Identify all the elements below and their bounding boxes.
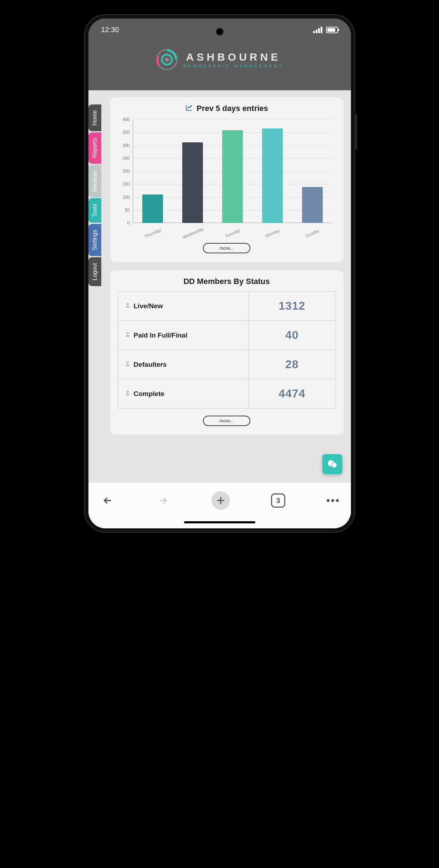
forward-button[interactable] [156,493,170,508]
brand-tagline: MEMBERSHIP MANAGEMENT [183,64,284,68]
sidebar-item-logout[interactable]: Logout [88,257,101,286]
status-value: 4474 [249,379,336,408]
dd-status-table: Live/New1312Paid In Full/Final40Defaulte… [118,291,336,408]
sidebar-item-invoices[interactable]: Invoices [88,165,101,197]
bar [302,187,323,223]
y-tick: 350 [122,130,129,135]
brand-name: ASHBOURNE [183,51,284,63]
dd-more-button[interactable]: more... [203,416,250,426]
new-tab-button[interactable] [211,491,230,510]
table-row: Live/New1312 [118,291,336,321]
y-tick: 250 [122,156,129,161]
plus-icon [215,495,226,506]
y-tick: 100 [122,195,129,200]
arrow-left-icon [102,495,113,506]
sidebar-item-home[interactable]: Home [88,105,101,131]
person-icon [124,360,131,369]
side-tabs: Home Reports Invoices Tools Settings Log… [88,105,101,286]
x-label: Thursday [142,227,163,240]
y-tick: 200 [122,169,129,174]
phone-screen: 12:30 [88,19,351,528]
dd-members-card: DD Members By Status Live/New1312Paid In… [110,270,344,435]
x-label: Monday [261,227,283,240]
table-row: Complete4474 [118,379,336,408]
bar [262,128,283,223]
front-camera [216,28,224,36]
table-row: Defaulters28 [118,350,336,379]
status-label: Complete [134,390,165,398]
arrow-right-icon [157,495,169,506]
chart-line-icon [185,104,193,113]
app-header: ASHBOURNE MEMBERSHIP MANAGEMENT [88,37,351,90]
brand-logo: ASHBOURNE MEMBERSHIP MANAGEMENT [155,48,284,71]
phone-device-frame: 12:30 [84,14,355,533]
person-icon [124,302,131,310]
y-tick: 400 [122,117,129,122]
chat-icon [327,459,338,469]
chat-button[interactable] [322,454,342,474]
battery-icon [326,27,338,33]
sidebar-item-reports[interactable]: Reports [88,132,101,164]
svg-point-6 [127,391,129,393]
status-value: 1312 [249,291,336,321]
sidebar-item-tools[interactable]: Tools [88,198,101,223]
status-value: 28 [249,350,336,379]
entries-card: Prev 5 days entries 05010015020025030035… [110,97,344,262]
person-icon [124,331,131,339]
signal-icon [313,27,322,33]
home-indicator [88,516,351,528]
status-value: 40 [249,321,336,350]
x-label: Tuesday [221,227,243,240]
dd-members-title: DD Members By Status [118,277,336,286]
y-tick: 0 [127,220,130,225]
svg-point-2 [165,57,169,62]
entries-chart: 050100150200250300350400 ThursdayWednesd… [118,118,336,236]
svg-point-3 [127,303,129,305]
bar [222,130,243,223]
y-tick: 150 [122,182,129,187]
svg-point-5 [127,361,129,364]
table-row: Paid In Full/Final40 [118,321,336,350]
logo-icon [155,48,178,71]
bar [182,142,203,223]
back-button[interactable] [101,493,115,508]
status-label: Live/New [134,302,163,310]
tab-count: 3 [276,497,280,505]
menu-button[interactable] [327,499,339,502]
x-label: Wednesday [182,227,203,240]
phone-side-button [355,114,357,150]
sidebar-item-settings[interactable]: Settings [88,224,101,256]
person-icon [124,390,131,398]
entries-more-button[interactable]: more... [203,243,250,253]
y-tick: 50 [125,208,129,213]
bar [142,194,163,223]
x-label: Sunday [301,227,323,240]
entries-card-title: Prev 5 days entries [118,104,336,113]
svg-point-8 [331,462,337,468]
status-time: 12:30 [101,26,119,34]
content-area: Home Reports Invoices Tools Settings Log… [88,90,351,483]
y-tick: 300 [122,143,129,148]
status-label: Paid In Full/Final [134,331,188,339]
dots-icon [327,499,330,502]
svg-point-4 [127,332,129,334]
status-label: Defaulters [134,361,167,369]
tabs-button[interactable]: 3 [271,493,285,508]
browser-toolbar: 3 [88,483,351,516]
